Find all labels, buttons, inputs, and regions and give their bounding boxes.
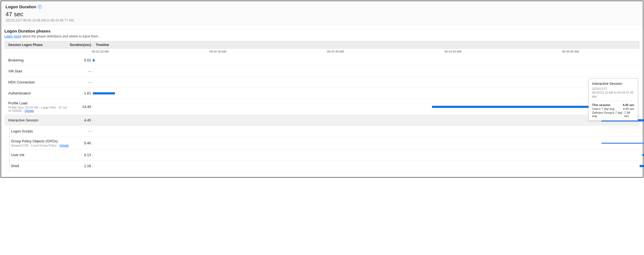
timeline-ticks: 06:42:20 AM06:42:30 AM06:42:40 AM06:42:5… (4, 49, 640, 55)
phases-title: Logon Duration phases (4, 29, 640, 33)
tooltip-line: This session4.45 sec (592, 103, 634, 107)
timeline-tick: 06:43:00 AM (562, 50, 579, 53)
timeline-bar[interactable] (601, 143, 644, 144)
phase-cell: Shell (4, 162, 70, 170)
phase-tooltip: Interactive Session 2023/11/27 06:43:03.… (588, 78, 638, 121)
phase-name: HDX Connection (8, 80, 70, 84)
page-title: Logon Duration (5, 4, 36, 9)
phase-cell: Brokering (4, 56, 70, 64)
table-header: Session Logon Phase Duration(sec) Timeli… (4, 41, 640, 49)
total-duration: 47 sec (5, 11, 639, 18)
table-row[interactable]: VM Start-- (4, 66, 640, 77)
phase-meta: Slowest CSE : Local Group Policy|Details (11, 144, 70, 147)
table-row[interactable]: Authentication1.81 (4, 88, 640, 99)
timeline-bar[interactable] (432, 106, 601, 108)
table-row[interactable]: Interactive Session4.45 (4, 115, 640, 126)
tooltip-range: 06:43:03.15 AM to 06:43:07.59 AM (592, 91, 634, 99)
phase-cell: Authentication (4, 89, 70, 97)
table-row[interactable]: HDX Connection-- (4, 77, 640, 88)
tooltip-title: Interactive Session (592, 82, 634, 86)
duration-cell: 1.81 (70, 91, 93, 95)
phase-name: Shell (11, 164, 70, 168)
phase-name: Logon Scripts (11, 129, 70, 133)
phase-cell: Interactive Session (4, 116, 70, 124)
timeline-bar[interactable] (640, 165, 644, 167)
tooltip-line: Delivery Group's 7 day avg7.96 sec (592, 111, 634, 118)
table-row[interactable]: User Init0.13 (4, 150, 640, 161)
timeline-tick: 06:42:40 AM (327, 50, 344, 53)
duration-cell: 14.49 (70, 105, 93, 109)
table-row[interactable]: Logon Scripts-- (4, 126, 640, 137)
phase-cell: Profile LoadProfile Size: 24.29 GB|Large… (4, 99, 70, 115)
duration-cell: 4.45 (70, 118, 93, 122)
table-row[interactable]: Brokering0.02 (4, 55, 640, 66)
phase-meta: Profile Size: 24.29 GB|Large Files : 47 … (8, 106, 70, 112)
col-header-phase: Session Logon Phase (4, 43, 70, 47)
duration-cell: 0.13 (70, 153, 93, 157)
phase-cell: Logon Scripts (4, 127, 70, 135)
learn-more-rest: about the phase definitions and where to… (21, 34, 99, 38)
learn-more-link[interactable]: Learn more (4, 34, 21, 38)
tooltip-date: 2023/11/27 (592, 87, 634, 91)
timeline-bar[interactable] (93, 92, 115, 94)
duration-cell: -- (70, 129, 93, 133)
table-row[interactable]: Shell1.16 (4, 161, 640, 172)
phase-name: Profile Load (8, 101, 70, 105)
details-link[interactable]: Details (60, 144, 69, 147)
table-row[interactable]: Profile LoadProfile Size: 24.29 GB|Large… (4, 99, 640, 115)
duration-cell: -- (70, 80, 93, 84)
phase-name: VM Start (8, 69, 70, 73)
table-row[interactable]: Group Policy Objects (GPOs)Slowest CSE :… (4, 137, 640, 150)
details-link[interactable]: Details (25, 109, 34, 112)
col-header-timeline: Timeline (93, 43, 640, 47)
col-header-duration: Duration(sec) (70, 43, 93, 47)
phases-subtitle: Learn more about the phase definitions a… (4, 34, 640, 38)
timeline-tick: 06:42:50 AM (444, 50, 461, 53)
info-icon[interactable]: i (38, 5, 42, 9)
phase-name: Interactive Session (8, 118, 70, 122)
phase-cell: HDX Connection (4, 78, 70, 86)
header-block: Logon Duration i 47 sec 2023/11/27 06:42… (1, 1, 643, 25)
phase-name: Group Policy Objects (GPOs) (11, 139, 70, 143)
phase-name: Brokering (8, 58, 70, 62)
timeline-tick: 06:42:30 AM (209, 50, 226, 53)
timeline-bar[interactable] (642, 154, 644, 156)
timeline-tick: 06:42:20 AM (92, 50, 109, 53)
time-range: 2023/11/27 06:42:19.56 AM to 06:43:06.77… (5, 18, 639, 22)
phase-name: User Init (11, 153, 70, 157)
timeline-bar[interactable] (93, 59, 95, 61)
duration-cell: 0.02 (70, 58, 93, 62)
phase-name: Authentication (8, 91, 70, 95)
phase-rows: Interactive Session 2023/11/27 06:43:03.… (4, 55, 640, 172)
phase-cell: Group Policy Objects (GPOs)Slowest CSE :… (4, 137, 70, 149)
tooltip-line: User's 7 day avg4.45 sec (592, 107, 634, 110)
duration-cell: 5.40 (70, 141, 93, 145)
duration-cell: 1.16 (70, 164, 93, 168)
phase-cell: User Init (4, 151, 70, 159)
duration-cell: -- (70, 69, 93, 73)
phase-cell: VM Start (4, 67, 70, 75)
phases-section: Logon Duration phases Learn more about t… (1, 25, 643, 177)
